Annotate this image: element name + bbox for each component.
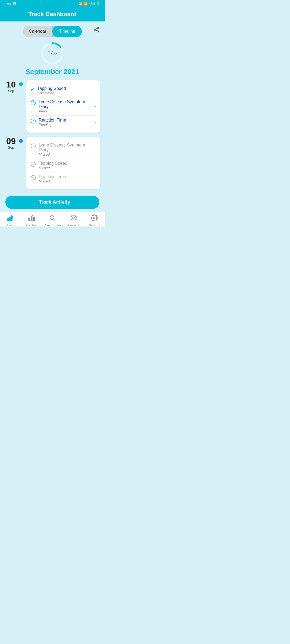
- battery-icon: 🔋: [96, 2, 100, 6]
- timeline-row-sep09: 09 Sep Lyme Disease Symptom Diary Missed: [4, 137, 100, 189]
- task-name: Reaction Time: [39, 174, 96, 179]
- battery-text: 47%: [89, 2, 95, 6]
- task-status: Missed: [39, 152, 96, 156]
- view-toggle-section: Calendar Timeline: [0, 21, 105, 39]
- nav-connect-label: Connect: [68, 224, 79, 226]
- status-bar: 2:55 🖼 📶 📶 47% 🔋: [0, 0, 105, 8]
- share-icon[interactable]: [93, 27, 99, 34]
- nav-settings-label: Settings: [89, 224, 100, 226]
- task-name: Lyme Disease Symptom Diary: [39, 100, 93, 109]
- nav-track-label: Track: [7, 224, 14, 226]
- svg-line-3: [96, 30, 97, 31]
- progress-circle: 14%: [40, 41, 64, 65]
- calendar-tab[interactable]: Calendar: [23, 26, 52, 37]
- clock-icon: [31, 100, 36, 107]
- task-tapping-speed-sep09[interactable]: Tapping Speed Missed: [31, 159, 96, 172]
- svg-rect-21: [28, 218, 29, 221]
- page-title: Track Dashboard: [28, 11, 77, 17]
- track-activity-button[interactable]: + Track Activity: [5, 196, 99, 209]
- nav-clinical-trials-label: Clinical Trials: [44, 224, 61, 226]
- task-status: Missed: [39, 179, 96, 183]
- timeline-card-sep09: Lyme Disease Symptom Diary Missed Tappin…: [26, 137, 100, 189]
- svg-rect-23: [32, 215, 33, 221]
- timeline-dot-sep10: [19, 82, 23, 86]
- task-lyme-diary-sep09[interactable]: Lyme Disease Symptom Diary Missed: [31, 141, 96, 159]
- chevron-right-icon: ›: [95, 104, 96, 109]
- timeline-tab[interactable]: Timeline: [52, 26, 82, 37]
- timeline-card-sep10: ✔ Tapping Speed Completed Lyme Disease S…: [26, 80, 100, 133]
- missed-icon-2: [31, 162, 36, 168]
- page-header: Track Dashboard: [0, 8, 105, 21]
- connect-icon: [70, 214, 77, 223]
- svg-line-4: [96, 28, 97, 29]
- missed-icon-3: [31, 175, 36, 182]
- check-icon: ✔: [31, 87, 35, 93]
- date-sep10: 10 Sep: [4, 80, 18, 93]
- wifi-icon: 📶: [79, 2, 83, 6]
- nav-connect[interactable]: Connect: [66, 214, 82, 226]
- task-name: Tapping Speed: [39, 161, 96, 166]
- chevron-right-icon-2: ›: [95, 119, 96, 125]
- svg-rect-17: [8, 218, 9, 221]
- status-right: 📶 📶 47% 🔋: [79, 2, 100, 6]
- settings-icon: [91, 214, 98, 223]
- month-label: September 2021: [26, 68, 79, 76]
- bottom-nav: Track Insights Clinical Trials: [0, 212, 105, 226]
- nav-insights-label: Insights: [26, 224, 36, 226]
- nav-track[interactable]: Track: [2, 214, 19, 226]
- task-status: Completed: [37, 91, 96, 95]
- track-icon: [7, 214, 14, 223]
- timeline-section: 10 Sep ✔ Tapping Speed Completed: [0, 77, 105, 192]
- date-sep09: 09 Sep: [4, 137, 18, 149]
- task-lyme-diary-sep10[interactable]: Lyme Disease Symptom Diary Pending ›: [31, 97, 96, 116]
- nav-settings[interactable]: Settings: [86, 214, 102, 226]
- signal-icon: 📶: [84, 2, 88, 6]
- insights-icon: [28, 214, 35, 223]
- task-reaction-time-sep10[interactable]: Reaction Time Pending ›: [31, 116, 96, 129]
- status-left: 2:55 🖼: [4, 2, 16, 6]
- task-name: Reaction Time: [39, 118, 93, 123]
- task-status: Pending: [39, 123, 93, 127]
- task-name: Lyme Disease Symptom Diary: [39, 143, 96, 152]
- svg-rect-24: [33, 217, 34, 221]
- svg-rect-18: [9, 217, 10, 221]
- nav-clinical-trials[interactable]: Clinical Trials: [44, 214, 61, 226]
- svg-point-20: [12, 216, 13, 217]
- missed-icon: [31, 143, 36, 150]
- track-activity-container: + Track Activity: [0, 192, 105, 212]
- view-toggle[interactable]: Calendar Timeline: [23, 26, 82, 37]
- task-tapping-speed-sep10[interactable]: ✔ Tapping Speed Completed: [31, 84, 96, 97]
- task-status: Missed: [39, 166, 96, 170]
- clinical-trials-icon: [49, 214, 56, 223]
- clock-icon-2: [31, 118, 36, 125]
- task-name: Tapping Speed: [37, 86, 96, 91]
- svg-point-30: [93, 217, 95, 219]
- progress-value: 14%: [48, 50, 57, 57]
- nav-insights[interactable]: Insights: [23, 214, 39, 226]
- task-reaction-time-sep09[interactable]: Reaction Time Missed: [31, 172, 96, 185]
- progress-section: 14% September 2021: [0, 39, 105, 77]
- svg-rect-22: [30, 217, 31, 221]
- svg-point-25: [50, 215, 54, 219]
- task-status: Pending: [39, 109, 93, 113]
- photo-icon: 🖼: [13, 2, 16, 6]
- timeline-row-sep10: 10 Sep ✔ Tapping Speed Completed: [4, 80, 100, 133]
- timeline-dot-sep09: [19, 139, 23, 143]
- svg-line-26: [54, 219, 55, 221]
- status-time: 2:55: [4, 2, 11, 6]
